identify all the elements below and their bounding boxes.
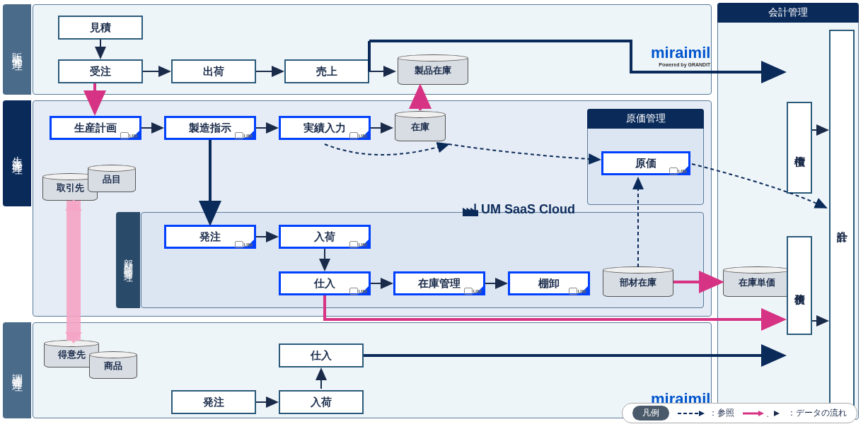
logo-miraimil: miraimilPowered by GRANDIT — [651, 44, 710, 67]
um-tag-icon: UM — [235, 241, 253, 248]
box-receivable: 債権 — [787, 102, 812, 194]
um-tag-icon: UM — [569, 288, 586, 295]
text-stock: 在庫 — [411, 121, 429, 134]
um-tag-icon: UM — [464, 288, 482, 295]
box-accounting: 会計 — [829, 30, 855, 416]
box-receipt2: 入荷 — [279, 390, 364, 414]
cyl-mat-stock: 部材在庫 — [603, 269, 673, 297]
header-cost: 原価管理 — [587, 109, 704, 129]
box-mfg-order: 製造指示UM — [164, 116, 256, 140]
logo-umsaascloud: UM SaaS Cloud — [463, 202, 575, 217]
text-inv-mgmt: 在庫管理 — [418, 277, 461, 290]
box-cost: 原価UM — [601, 151, 690, 175]
text-partner: 取引先 — [57, 182, 84, 194]
box-result-entry: 実績入力UM — [279, 116, 371, 140]
um-tag-icon: UM — [120, 132, 138, 139]
box-stocktake: 棚卸UM — [508, 271, 590, 295]
box-order: 受注 — [58, 59, 143, 83]
box-sales: 売上 — [284, 59, 369, 83]
box-ship: 出荷 — [171, 59, 256, 83]
text-stock-price: 在庫単価 — [739, 276, 775, 289]
um-tag-icon: UM — [235, 132, 253, 139]
box-quote: 見積 — [58, 16, 143, 40]
box-payable: 債務 — [787, 236, 812, 335]
text-receipt2: 入荷 — [311, 396, 332, 409]
box-po1: 発注UM — [164, 225, 256, 249]
text-sales: 売上 — [316, 65, 337, 78]
text-result-entry: 実績入力 — [303, 122, 346, 135]
box-po2: 発注 — [171, 390, 256, 414]
cyl-item: 品目 — [88, 167, 136, 192]
box-prod-plan: 生産計画UM — [50, 116, 141, 140]
cyl-stock: 在庫 — [395, 113, 446, 141]
factory-icon — [463, 204, 478, 216]
um-tag-icon: UM — [349, 241, 367, 248]
cyl-stock-price: 在庫単価 — [723, 269, 791, 297]
text-purchase2: 仕入 — [311, 349, 332, 363]
box-purchase2: 仕入 — [279, 343, 364, 368]
text-ship: 出荷 — [203, 65, 224, 78]
box-receipt1: 入荷UM — [279, 225, 371, 249]
label-sales: 販売管理 — [3, 4, 31, 95]
label-production: 生産管理 — [3, 100, 31, 206]
um-tag-icon: UM — [349, 288, 367, 295]
label-material: 部材調達管理 — [116, 212, 140, 308]
text-po2: 発注 — [203, 396, 224, 409]
text-prod-plan: 生産計画 — [74, 122, 117, 135]
text-product-stock: 製品在庫 — [415, 64, 451, 77]
text-customer: 得意先 — [58, 348, 86, 361]
text-quote: 見積 — [90, 21, 111, 35]
label-procurement: 調達管理 — [3, 322, 31, 418]
legend: 凡例 ：参照 、 ：データの流れ — [622, 403, 857, 423]
cyl-product-stock: 製品在庫 — [398, 57, 468, 85]
header-accounting: 会計管理 — [717, 3, 859, 23]
text-cost: 原価 — [635, 157, 656, 170]
text-stocktake: 棚卸 — [538, 277, 560, 290]
text-po1: 発注 — [199, 230, 221, 244]
text-mat-stock: 部材在庫 — [620, 276, 656, 289]
svg-text:、: 、 — [766, 410, 773, 417]
um-tag-icon: UM — [669, 167, 687, 175]
legend-reference: ：参照 — [678, 407, 734, 419]
legend-title: 凡例 — [632, 406, 669, 421]
text-item: 品目 — [103, 173, 121, 186]
um-tag-icon: UM — [349, 132, 367, 139]
text-receipt1: 入荷 — [314, 230, 335, 244]
text-mfg-order: 製造指示 — [189, 122, 231, 135]
text-order: 受注 — [90, 65, 111, 78]
box-purchase1: 仕入UM — [279, 271, 371, 295]
text-goods: 商品 — [104, 360, 122, 372]
cyl-goods: 商品 — [89, 353, 137, 379]
legend-dataflow: 、 ：データの流れ — [743, 407, 847, 419]
box-inv-mgmt: 在庫管理UM — [393, 271, 485, 295]
text-purchase1: 仕入 — [314, 277, 335, 290]
